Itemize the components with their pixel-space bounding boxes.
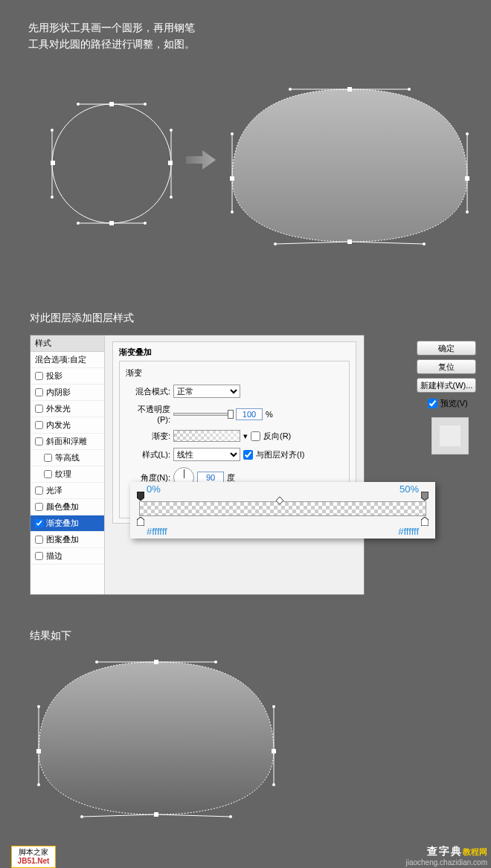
gradient-label: 渐变:: [126, 431, 170, 442]
style-checkbox-1[interactable]: [35, 388, 43, 396]
preview-checkbox[interactable]: [428, 399, 437, 408]
opacity-input[interactable]: [236, 408, 263, 420]
style-item-8[interactable]: 颜色叠加: [31, 499, 104, 515]
sub-section-title: 渐变: [126, 367, 343, 379]
svg-point-20: [144, 222, 147, 225]
svg-point-59: [37, 783, 40, 786]
svg-point-14: [51, 196, 54, 199]
circle-path-svg: [45, 97, 179, 231]
style-item-3[interactable]: 内发光: [31, 417, 104, 434]
style-label: 内阴影: [46, 387, 71, 398]
style-label: 等高线: [55, 452, 80, 463]
arrow-icon: [186, 149, 216, 171]
section-title: 渐变叠加: [119, 347, 350, 358]
color-stop-1-label: #ffffff: [147, 526, 167, 537]
svg-line-32: [275, 242, 350, 244]
opacity-stop-1[interactable]: [137, 492, 144, 501]
reverse-checkbox[interactable]: [251, 431, 260, 441]
svg-rect-2: [168, 161, 173, 165]
watermark-left: 脚本之家 JB51.Net: [11, 846, 56, 868]
style-label: 光泽: [46, 485, 62, 496]
style-item-2[interactable]: 外发光: [31, 401, 104, 417]
dome-shape: [223, 82, 476, 255]
svg-point-61: [272, 783, 275, 786]
style-item-11[interactable]: 描边: [31, 548, 104, 565]
style-checkbox-9[interactable]: [35, 519, 43, 527]
style-checkbox-11[interactable]: [35, 552, 43, 560]
gradient-overlay-panel: 渐变叠加 渐变 混合模式: 正常 不透明度(P): %: [105, 335, 364, 594]
color-stop-2-label: #ffffff: [398, 526, 419, 537]
opacity-slider[interactable]: [173, 413, 233, 416]
reset-button[interactable]: 复位: [417, 359, 476, 374]
style-checkbox-5[interactable]: [44, 454, 52, 462]
gradient-preview[interactable]: [173, 430, 240, 442]
gradient-dropdown-icon[interactable]: ▾: [243, 431, 248, 441]
svg-point-58: [37, 705, 40, 708]
style-checkbox-2[interactable]: [35, 405, 43, 413]
new-style-button[interactable]: 新建样式(W)...: [417, 378, 476, 393]
instruction-line: 先用形状工具画一个圆形，再用钢笔: [28, 19, 195, 36]
styles-list-panel: 样式 混合选项:自定 投影内阴影外发光内发光斜面和浮雕等高线纹理光泽颜色叠加渐变…: [31, 335, 105, 594]
layer-style-dialog: 样式 混合选项:自定 投影内阴影外发光内发光斜面和浮雕等高线纹理光泽颜色叠加渐变…: [30, 335, 365, 595]
svg-point-35: [231, 210, 234, 213]
svg-point-16: [170, 196, 173, 199]
opacity-stop-2[interactable]: [421, 492, 429, 501]
style-label: 颜色叠加: [46, 501, 79, 512]
result-dome-shape: [30, 655, 283, 826]
style-item-6[interactable]: 纹理: [31, 466, 104, 483]
svg-marker-42: [137, 492, 144, 501]
style-label: 样式(L):: [126, 449, 170, 460]
svg-point-15: [170, 129, 173, 132]
style-item-0[interactable]: 投影: [31, 368, 104, 385]
color-stop-1[interactable]: [137, 517, 144, 526]
watermark-right-title: 查字典教程网: [405, 845, 487, 858]
align-label: 与图层对齐(I): [256, 449, 304, 460]
svg-point-62: [95, 660, 98, 663]
opacity-stop-1-label: 0%: [147, 483, 161, 495]
style-label: 内发光: [46, 419, 71, 431]
watermark-right: 查字典教程网 jiaocheng.chazidian.com: [405, 845, 487, 867]
svg-line-33: [350, 242, 424, 244]
svg-point-38: [289, 88, 292, 91]
style-item-4[interactable]: 斜面和浮雕: [31, 434, 104, 450]
svg-point-0: [52, 104, 171, 223]
svg-point-39: [408, 88, 411, 91]
dialog-buttons: 确定 复位 新建样式(W)... 预览(V): [417, 341, 484, 454]
style-checkbox-6[interactable]: [44, 470, 52, 478]
style-checkbox-3[interactable]: [35, 421, 43, 429]
gradient-style-select[interactable]: 线性: [173, 448, 240, 461]
style-checkbox-4[interactable]: [35, 437, 43, 446]
style-item-7[interactable]: 光泽: [31, 483, 104, 499]
align-checkbox[interactable]: [243, 450, 253, 460]
styles-header: 样式: [31, 335, 104, 352]
svg-line-56: [82, 814, 156, 817]
ok-button[interactable]: 确定: [417, 341, 476, 356]
watermark-left-line2: JB51.Net: [13, 857, 54, 866]
style-checkbox-8[interactable]: [35, 503, 43, 511]
style-item-10[interactable]: 图案叠加: [31, 532, 104, 548]
svg-marker-44: [137, 517, 144, 526]
style-item-9[interactable]: 渐变叠加: [31, 515, 104, 532]
style-checkbox-0[interactable]: [35, 372, 43, 380]
reverse-label: 反向(R): [263, 431, 291, 442]
style-label: 渐变叠加: [46, 518, 79, 529]
blend-mode-select[interactable]: 正常: [173, 385, 240, 398]
style-label: 描边: [46, 550, 62, 562]
svg-point-65: [229, 815, 232, 818]
svg-marker-43: [421, 492, 429, 501]
style-item-5[interactable]: 等高线: [31, 450, 104, 466]
color-stop-2[interactable]: [421, 517, 429, 526]
svg-point-64: [80, 815, 83, 818]
instruction-step1: 先用形状工具画一个圆形，再用钢笔 工具对此圆的路径进行调整，如图。: [28, 19, 195, 52]
style-checkbox-7[interactable]: [35, 486, 43, 495]
svg-rect-1: [51, 161, 55, 165]
blend-options-item[interactable]: 混合选项:自定: [31, 352, 104, 368]
style-label: 投影: [46, 370, 62, 382]
style-item-1[interactable]: 内阴影: [31, 385, 104, 401]
style-checkbox-10[interactable]: [35, 536, 43, 544]
gradient-bar[interactable]: [139, 501, 426, 516]
preview-label: 预览(V): [440, 398, 468, 409]
instruction-step3: 结果如下: [30, 627, 71, 643]
svg-point-18: [144, 103, 147, 106]
gradient-midpoint[interactable]: [276, 496, 284, 504]
